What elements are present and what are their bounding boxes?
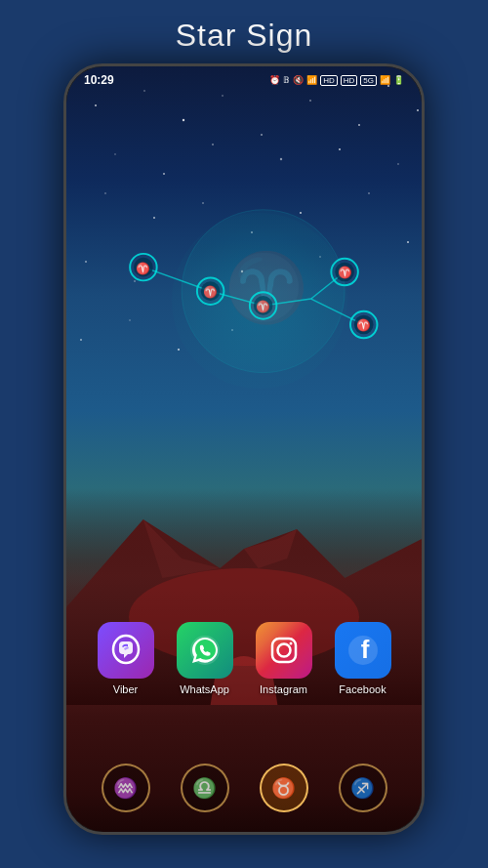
status-icons: ⏰ 𝔹 🔇 📶 HD HD 5G 📶 🔋 bbox=[269, 75, 404, 86]
svg-point-61 bbox=[289, 642, 292, 645]
alarm-icon: ⏰ bbox=[269, 75, 280, 85]
phone-screen: 10:29 ⏰ 𝔹 🔇 📶 HD HD 5G 📶 🔋 bbox=[66, 66, 422, 832]
phone-frame: 10:29 ⏰ 𝔹 🔇 📶 HD HD 5G 📶 🔋 bbox=[63, 63, 425, 835]
svg-point-3 bbox=[222, 95, 223, 96]
instagram-label: Instagram bbox=[260, 683, 307, 695]
viber-icon[interactable] bbox=[98, 622, 154, 679]
sagittarius-symbol: ♐ bbox=[350, 776, 375, 800]
svg-marker-54 bbox=[244, 529, 297, 568]
svg-point-60 bbox=[277, 644, 290, 657]
dock-item-aquarius[interactable]: ♒ bbox=[102, 764, 150, 812]
bluetooth-icon: 𝔹 bbox=[283, 75, 290, 85]
svg-point-14 bbox=[417, 109, 419, 111]
svg-point-2 bbox=[183, 119, 184, 121]
app-item-whatsapp[interactable]: WhatsApp bbox=[177, 622, 233, 695]
facebook-icon[interactable]: f bbox=[335, 622, 391, 679]
status-time: 10:29 bbox=[84, 73, 114, 87]
dock-item-libra[interactable]: ♎ bbox=[181, 764, 229, 812]
svg-text:♈: ♈ bbox=[224, 248, 308, 328]
viber-label: Viber bbox=[113, 683, 138, 695]
dock-item-sagittarius[interactable]: ♐ bbox=[339, 764, 387, 812]
svg-text:♈: ♈ bbox=[338, 266, 352, 279]
libra-symbol: ♎ bbox=[192, 776, 217, 800]
svg-point-4 bbox=[261, 134, 263, 136]
svg-point-25 bbox=[407, 241, 409, 243]
svg-point-0 bbox=[95, 104, 97, 106]
hd-badge: HD bbox=[320, 75, 338, 86]
svg-point-26 bbox=[80, 339, 82, 341]
hd2-badge: HD bbox=[341, 75, 358, 86]
constellation-svg: ♈ ♈ ♈ ♈ bbox=[86, 145, 402, 457]
bottom-dock: ♒ ♎ ♉ ♐ bbox=[66, 764, 422, 812]
page-title: Star Sign bbox=[0, 18, 488, 54]
svg-text:♈: ♈ bbox=[136, 262, 150, 275]
app-grid: Viber WhatsApp bbox=[66, 622, 422, 695]
svg-text:♈: ♈ bbox=[256, 300, 270, 313]
app-item-facebook[interactable]: f Facebook bbox=[335, 622, 391, 695]
status-bar: 10:29 ⏰ 𝔹 🔇 📶 HD HD 5G 📶 🔋 bbox=[66, 66, 422, 94]
wifi-icon: 📶 bbox=[306, 75, 317, 85]
app-item-viber[interactable]: Viber bbox=[98, 622, 154, 695]
signal-icon: 📶 bbox=[380, 75, 390, 85]
instagram-icon[interactable] bbox=[256, 622, 312, 679]
svg-text:♈: ♈ bbox=[356, 318, 371, 332]
svg-point-5 bbox=[309, 100, 311, 102]
facebook-label: Facebook bbox=[339, 683, 386, 695]
battery-icon: 🔋 bbox=[393, 75, 404, 85]
svg-text:♈: ♈ bbox=[203, 285, 218, 299]
5g-badge: 5G bbox=[360, 75, 377, 86]
dock-item-taurus[interactable]: ♉ bbox=[260, 764, 308, 812]
svg-marker-53 bbox=[143, 519, 221, 578]
constellation-area: ♈ ♈ ♈ ♈ bbox=[86, 145, 402, 457]
svg-point-6 bbox=[358, 124, 360, 126]
whatsapp-label: WhatsApp bbox=[180, 683, 229, 695]
aquarius-symbol: ♒ bbox=[113, 776, 138, 800]
svg-rect-59 bbox=[272, 639, 296, 662]
app-item-instagram[interactable]: Instagram bbox=[256, 622, 312, 695]
taurus-symbol: ♉ bbox=[271, 776, 296, 800]
svg-text:f: f bbox=[360, 635, 369, 664]
whatsapp-icon[interactable] bbox=[177, 622, 233, 679]
mute-icon: 🔇 bbox=[293, 75, 304, 85]
